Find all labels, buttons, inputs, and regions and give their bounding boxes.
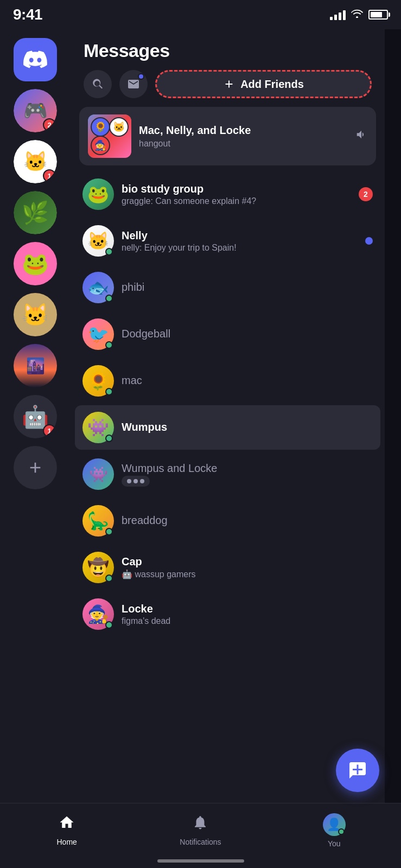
discord-app-icon[interactable]: [14, 38, 57, 81]
sidebar-server-2[interactable]: 🐱 1: [14, 140, 57, 183]
sidebar-server-3[interactable]: 🌿: [14, 191, 57, 234]
cap-online-dot: [105, 575, 113, 582]
right-panel-peek: [385, 29, 401, 868]
dm-name-bio: bio study group: [122, 183, 351, 195]
dm-list: 🌻 🐱 🧙 Mac, Nelly, and Locke hangout: [71, 107, 385, 868]
dm-info-nelly: Nelly nelly: Enjoy your trip to Spain!: [122, 229, 358, 253]
dm-preview-locke: figma's dead: [122, 616, 373, 626]
home-indicator: [157, 859, 244, 863]
dm-name-breaddog: breaddog: [122, 514, 373, 527]
main-content: Messages Add Friends: [71, 29, 385, 868]
dm-item-cap[interactable]: 🤠 Cap 🤖 wassup gamers: [75, 545, 380, 590]
status-icons: [330, 9, 388, 21]
dm-avatar-nelly: 🐱: [82, 225, 114, 257]
nelly-online-dot: [105, 248, 113, 256]
dm-meta-nelly: [365, 237, 373, 245]
unread-badge-bio: 2: [359, 187, 373, 201]
dm-avatar-breaddog: 🦕: [82, 505, 114, 537]
add-friends-label: Add Friends: [240, 78, 304, 91]
sidebar-server-1[interactable]: 🎮 2: [14, 89, 57, 132]
dm-name-nelly: Nelly: [122, 229, 358, 242]
dm-avatar-dodgeball: 🐦: [82, 318, 114, 350]
tab-notifications[interactable]: Notifications: [133, 814, 267, 846]
home-icon: [59, 814, 75, 834]
dm-avatar-bio: 🐸: [82, 178, 114, 210]
dm-info-bio: bio study group graggle: Can someone exp…: [122, 183, 351, 206]
tab-bar: Home Notifications 👤 You: [0, 803, 401, 868]
inbox-button[interactable]: [119, 70, 148, 98]
breaddog-online-dot: [105, 528, 113, 535]
search-button[interactable]: [84, 70, 112, 98]
nelly-blue-dot: [365, 237, 373, 245]
dm-name-wumpuslocke: Wumpus and Locke: [122, 462, 373, 475]
dm-item-mac[interactable]: 🌻 mac: [75, 359, 380, 403]
featured-group-info: Mac, Nelly, and Locke hangout: [139, 124, 348, 149]
dm-info-mac: mac: [122, 374, 373, 388]
signal-icon: [330, 9, 346, 20]
mute-icon: [355, 129, 367, 144]
sidebar-server-6[interactable]: 🌆: [14, 344, 57, 387]
phibi-online-dot: [105, 295, 113, 302]
sidebar-server-7[interactable]: 🤖 1: [14, 395, 57, 438]
locke-online-dot: [105, 621, 113, 629]
typing-dot-2: [133, 479, 138, 483]
dm-item-phibi[interactable]: 🐟 phibi: [75, 265, 380, 310]
dm-item-breaddog[interactable]: 🦕 breaddog: [75, 499, 380, 543]
dm-preview-cap: 🤖 wassup gamers: [122, 569, 373, 579]
battery-icon: [368, 10, 388, 20]
dm-preview-bio: graggle: Can someone explain #4?: [122, 196, 351, 206]
dm-item-dodgeball[interactable]: 🐦 Dodgeball: [75, 312, 380, 356]
dm-item-wumpus[interactable]: 👾 Wumpus: [75, 405, 380, 450]
dm-avatar-wumpuslocke: 👾: [82, 458, 114, 490]
tab-you-label: You: [328, 839, 341, 848]
header-actions: Add Friends: [84, 70, 372, 98]
featured-group-sub: hangout: [139, 139, 348, 149]
dm-name-dodgeball: Dodgeball: [122, 328, 373, 340]
dm-avatar-locke: 🧙: [82, 598, 114, 630]
featured-group-name: Mac, Nelly, and Locke: [139, 124, 348, 137]
server-7-badge: 1: [43, 424, 56, 437]
dm-info-locke: Locke figma's dead: [122, 603, 373, 626]
mac-online-dot: [105, 388, 113, 395]
tab-you[interactable]: 👤 You: [268, 813, 401, 848]
sidebar: 🎮 2 🐱 1 🌿 🐸 🐱 🌆 🤖 1: [0, 29, 71, 868]
sidebar-server-4[interactable]: 🐸: [14, 242, 57, 285]
featured-group-item[interactable]: 🌻 🐱 🧙 Mac, Nelly, and Locke hangout: [79, 107, 376, 165]
dm-name-locke: Locke: [122, 603, 373, 615]
dm-info-phibi: phibi: [122, 281, 373, 295]
typing-dot-3: [140, 479, 144, 483]
typing-dot-1: [127, 479, 131, 483]
group-avatars: 🌻 🐱 🧙: [88, 114, 131, 158]
tab-home[interactable]: Home: [0, 814, 133, 846]
wifi-icon: [351, 9, 363, 21]
dm-info-wumpus: Wumpus: [122, 421, 373, 435]
dm-name-wumpus: Wumpus: [122, 421, 373, 433]
tab-home-label: Home: [56, 838, 77, 846]
dm-avatar-wumpus: 👾: [82, 412, 114, 443]
dm-item-nelly[interactable]: 🐱 Nelly nelly: Enjoy your trip to Spain!: [75, 219, 380, 263]
dm-avatar-phibi: 🐟: [82, 272, 114, 303]
dm-item-wumpuslocke[interactable]: 👾 Wumpus and Locke: [75, 452, 380, 496]
dm-info-breaddog: breaddog: [122, 514, 373, 528]
status-time: 9:41: [13, 6, 42, 23]
add-friends-button[interactable]: Add Friends: [155, 70, 372, 98]
dm-info-dodgeball: Dodgeball: [122, 328, 373, 341]
tab-notifications-label: Notifications: [180, 838, 221, 846]
dm-item-bio[interactable]: 🐸 bio study group graggle: Can someone e…: [75, 172, 380, 216]
dm-name-phibi: phibi: [122, 281, 373, 293]
inbox-notification-dot: [138, 73, 144, 80]
dm-name-cap: Cap: [122, 556, 373, 568]
dm-avatar-mac: 🌻: [82, 365, 114, 397]
dm-item-locke[interactable]: 🧙 Locke figma's dead: [75, 592, 380, 636]
status-bar: 9:41: [0, 0, 401, 29]
typing-dots-wumpuslocke: [122, 476, 150, 487]
wumpus-online-dot: [105, 435, 113, 442]
app-container: 🎮 2 🐱 1 🌿 🐸 🐱 🌆 🤖 1: [0, 29, 401, 868]
sidebar-server-5[interactable]: 🐱: [14, 293, 57, 336]
new-message-fab[interactable]: [336, 749, 379, 792]
dm-preview-nelly: nelly: Enjoy your trip to Spain!: [122, 243, 358, 253]
add-server-button[interactable]: [14, 446, 57, 489]
dodgeball-online-dot: [105, 341, 113, 349]
messages-title: Messages: [84, 40, 372, 61]
you-avatar-icon: 👤: [323, 813, 346, 836]
